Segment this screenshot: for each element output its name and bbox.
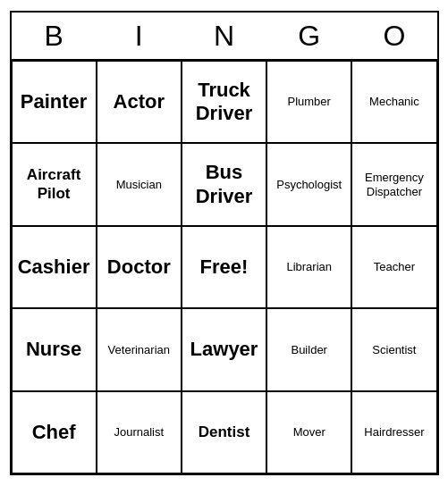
bingo-header-letter: B bbox=[12, 13, 97, 59]
bingo-cell: Journalist bbox=[97, 391, 182, 473]
bingo-cell: Librarian bbox=[266, 226, 351, 308]
bingo-row: CashierDoctorFree!LibrarianTeacher bbox=[12, 226, 437, 308]
bingo-header-letter: G bbox=[266, 13, 351, 59]
bingo-row: ChefJournalistDentistMoverHairdresser bbox=[12, 391, 437, 473]
bingo-header-letter: N bbox=[182, 13, 266, 59]
bingo-cell: Painter bbox=[12, 61, 97, 143]
bingo-cell: Cashier bbox=[12, 226, 97, 308]
bingo-cell: Nurse bbox=[12, 308, 97, 390]
bingo-cell: Emergency Dispatcher bbox=[351, 143, 436, 225]
bingo-cell: Bus Driver bbox=[182, 143, 266, 225]
bingo-cell: Doctor bbox=[97, 226, 182, 308]
bingo-cell: Psychologist bbox=[266, 143, 351, 225]
bingo-cell: Teacher bbox=[351, 226, 436, 308]
bingo-cell: Plumber bbox=[266, 61, 351, 143]
bingo-cell: Mechanic bbox=[351, 61, 436, 143]
bingo-row: Aircraft PilotMusicianBus DriverPsycholo… bbox=[12, 143, 437, 225]
bingo-grid: PainterActorTruck DriverPlumberMechanicA… bbox=[12, 59, 437, 473]
bingo-cell: Veterinarian bbox=[97, 308, 182, 390]
bingo-cell: Hairdresser bbox=[351, 391, 436, 473]
bingo-cell: Aircraft Pilot bbox=[12, 143, 97, 225]
bingo-cell: Dentist bbox=[182, 391, 266, 473]
bingo-cell: Actor bbox=[97, 61, 182, 143]
bingo-cell: Mover bbox=[266, 391, 351, 473]
bingo-card: BINGO PainterActorTruck DriverPlumberMec… bbox=[10, 11, 439, 475]
bingo-header-letter: O bbox=[351, 13, 436, 59]
bingo-cell: Truck Driver bbox=[182, 61, 266, 143]
bingo-row: NurseVeterinarianLawyerBuilderScientist bbox=[12, 308, 437, 390]
bingo-cell: Scientist bbox=[351, 308, 436, 390]
bingo-cell: Lawyer bbox=[182, 308, 266, 390]
bingo-cell: Builder bbox=[266, 308, 351, 390]
bingo-header: BINGO bbox=[12, 13, 437, 59]
bingo-header-letter: I bbox=[97, 13, 182, 59]
bingo-row: PainterActorTruck DriverPlumberMechanic bbox=[12, 61, 437, 143]
bingo-cell: Free! bbox=[182, 226, 266, 308]
bingo-cell: Chef bbox=[12, 391, 97, 473]
bingo-cell: Musician bbox=[97, 143, 182, 225]
